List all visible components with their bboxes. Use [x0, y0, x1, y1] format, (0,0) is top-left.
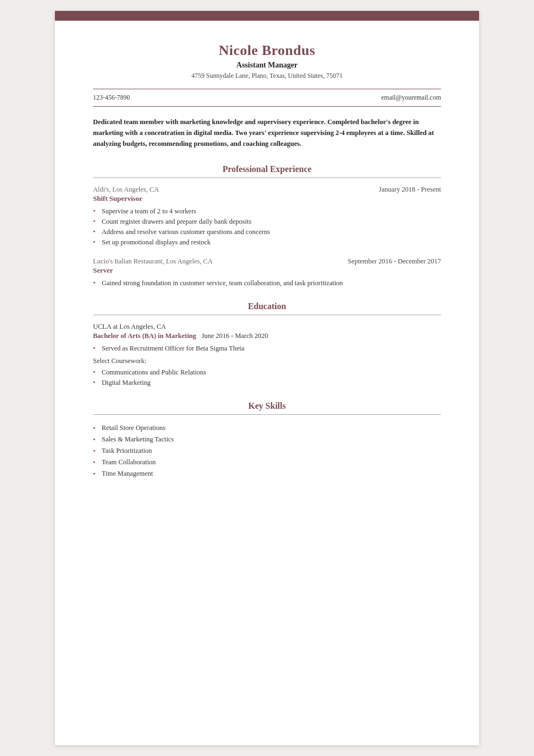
exp-bullets-1: Supervise a team of 2 to 4 workers Count…: [93, 206, 441, 248]
education-entry-1: UCLA at Los Angeles, CA Bachelor of Arts…: [93, 323, 441, 388]
candidate-address: 4759 Sunnydale Lane, Plano, Texas, Unite…: [93, 72, 441, 80]
exp-header-row-2: Lucio's Italian Restaurant, Los Angeles,…: [93, 257, 441, 266]
skills-section: Key Skills Retail Store Operations Sales…: [93, 401, 441, 480]
exp-company-2: Lucio's Italian Restaurant, Los Angeles,…: [93, 257, 213, 266]
list-item: Digital Marketing: [93, 378, 441, 388]
resume-content: Nicole Brondus Assistant Manager 4759 Su…: [55, 21, 479, 525]
skills-section-title: Key Skills: [93, 401, 441, 411]
list-item: Time Management: [93, 468, 441, 480]
education-divider: [93, 315, 441, 315]
exp-role-2: Server: [93, 266, 441, 275]
exp-role-1: Shift Supervisor: [93, 194, 441, 203]
coursework-label-1: Select Coursework:: [93, 357, 441, 365]
edu-institution-1: UCLA at Los Angeles, CA: [93, 323, 441, 331]
resume-page: Nicole Brondus Assistant Manager 4759 Su…: [55, 11, 479, 745]
experience-section-title: Professional Experience: [93, 164, 441, 174]
top-accent-bar: [55, 11, 479, 21]
candidate-email: email@youremail.com: [381, 94, 441, 102]
experience-entry-2: Lucio's Italian Restaurant, Los Angeles,…: [93, 257, 441, 288]
list-item: Count register drawers and prepare daily…: [93, 217, 441, 227]
edu-coursework-bullets-1: Communications and Public Relations Digi…: [93, 367, 441, 388]
list-item: Retail Store Operations: [93, 422, 441, 434]
list-item: Supervise a team of 2 to 4 workers: [93, 206, 441, 217]
candidate-title: Assistant Manager: [93, 61, 441, 70]
list-item: Sales & Marketing Tactics: [93, 434, 441, 445]
header-section: Nicole Brondus Assistant Manager 4759 Su…: [93, 42, 441, 80]
experience-divider: [93, 177, 441, 178]
edu-dates-1: June 2016 - March 2020: [202, 332, 268, 340]
list-item: Communications and Public Relations: [93, 367, 441, 378]
experience-section: Professional Experience Aldi's, Los Ange…: [93, 164, 441, 288]
education-section-title: Education: [93, 302, 441, 311]
list-item: Address and resolve various customer que…: [93, 227, 441, 237]
list-item: Task Prioritization: [93, 445, 441, 457]
exp-company-1: Aldi's, Los Angeles, CA: [93, 186, 159, 194]
list-item: Set up promotional displays and restock: [93, 237, 441, 248]
contact-row: 123-456-7890 email@youremail.com: [93, 89, 441, 107]
candidate-phone: 123-456-7890: [93, 94, 130, 102]
list-item: Gained strong foundation in customer ser…: [93, 278, 441, 288]
list-item: Served as Recruitment Officer for Beta S…: [93, 343, 441, 354]
candidate-name: Nicole Brondus: [93, 42, 441, 59]
list-item: Team Collaboration: [93, 457, 441, 468]
experience-entry-1: Aldi's, Los Angeles, CA January 2018 - P…: [93, 186, 441, 248]
exp-bullets-2: Gained strong foundation in customer ser…: [93, 278, 441, 288]
edu-degree-row-1: Bachelor of Arts (BA) in Marketing June …: [93, 332, 441, 340]
edu-activity-bullets-1: Served as Recruitment Officer for Beta S…: [93, 343, 441, 354]
education-section: Education UCLA at Los Angeles, CA Bachel…: [93, 302, 441, 388]
skills-list: Retail Store Operations Sales & Marketin…: [93, 422, 441, 480]
edu-degree-1: Bachelor of Arts (BA) in Marketing: [93, 332, 196, 340]
skills-divider: [93, 414, 441, 415]
exp-date-1: January 2018 - Present: [379, 186, 441, 194]
summary-text: Dedicated team member with marketing kno…: [93, 116, 441, 149]
exp-date-2: September 2016 - December 2017: [348, 257, 441, 266]
exp-header-row-1: Aldi's, Los Angeles, CA January 2018 - P…: [93, 186, 441, 194]
